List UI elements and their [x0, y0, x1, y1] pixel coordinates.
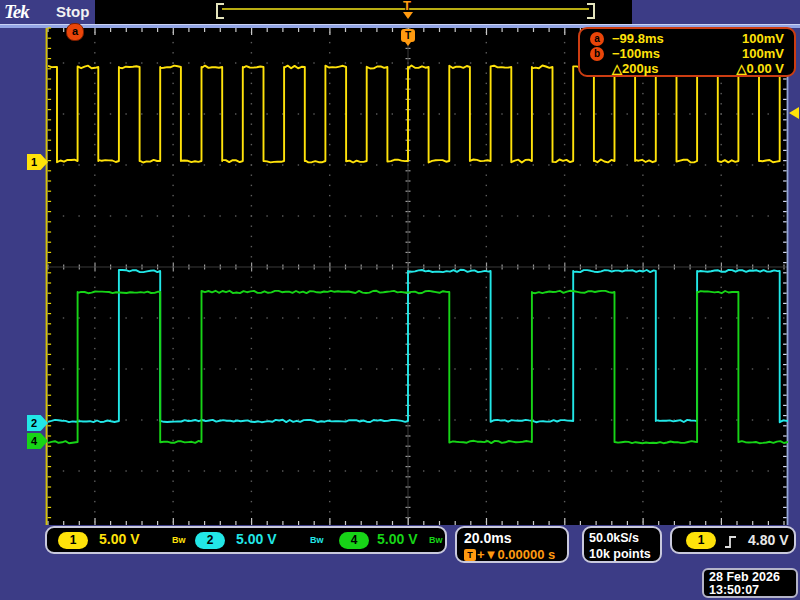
channel-4-scale: 5.00 V: [377, 531, 417, 547]
cursor-readout-box[interactable]: a −99.8ms 100mV b −100ms 100mV △200µs △0…: [578, 27, 796, 77]
channel-4-bandwidth-limit-icon: Bw: [429, 535, 443, 545]
channel-2-bandwidth-limit-icon: Bw: [310, 535, 324, 545]
record-length: 10k points: [589, 546, 660, 562]
scope-graticule-svg: [0, 0, 800, 600]
channel-2-scale: 5.00 V: [236, 531, 276, 547]
trigger-position-tag-arrow-icon: [405, 42, 411, 46]
time-label: 13:50:07: [709, 584, 796, 597]
cursor-b-row: b −100ms 100mV: [590, 46, 784, 61]
cursor-a-time: −99.8ms: [612, 31, 700, 46]
oscilloscope-screen: Tek Stop T T a 1 2 4 a −99.8ms 100mV b −…: [0, 0, 800, 600]
trigger-position-tag-icon[interactable]: T: [401, 29, 415, 42]
timebase-scale: 20.0ms: [464, 530, 567, 546]
cursor-a-icon: a: [590, 32, 604, 46]
trigger-level: 4.80 V: [748, 532, 788, 548]
channel-scales-box: 1 5.00 V Bw 2 5.00 V Bw 4 5.00 V Bw: [45, 526, 447, 554]
timebase-position: 0.00000 s: [497, 547, 555, 562]
channel-1-bandwidth-limit-icon: Bw: [172, 535, 186, 545]
acquisition-box: 50.0kS/s 10k points: [582, 526, 662, 563]
cursor-b-time: −100ms: [612, 46, 700, 61]
cursor-a-row: a −99.8ms 100mV: [590, 31, 784, 46]
cursor-a-marker[interactable]: a: [66, 23, 84, 41]
channel-1-badge[interactable]: 1: [58, 532, 88, 549]
trigger-box[interactable]: 1 4.80 V: [670, 526, 796, 554]
channel-2-badge[interactable]: 2: [195, 532, 225, 549]
trigger-level-arrow-icon[interactable]: [789, 107, 799, 119]
channel-4-badge[interactable]: 4: [339, 532, 369, 549]
cursor-delta-voltage: △0.00 V: [700, 61, 784, 76]
channel-1-scale: 5.00 V: [99, 531, 139, 547]
trigger-source-badge: 1: [686, 532, 716, 549]
timebase-box[interactable]: 20.0ms T +▼ 0.00000 s: [455, 526, 569, 563]
timebase-position-row: T +▼ 0.00000 s: [464, 547, 567, 562]
sample-rate: 50.0kS/s: [589, 530, 660, 546]
waveform-display[interactable]: [0, 0, 800, 600]
cursor-b-icon: b: [590, 47, 604, 61]
cursor-a-voltage: 100mV: [700, 31, 784, 46]
cursor-delta-time: △200µs: [612, 61, 700, 76]
timebase-delay-arrows: +▼: [477, 547, 497, 562]
rising-edge-icon: [724, 534, 738, 550]
datetime-box: 28 Feb 2026 13:50:07: [702, 568, 798, 598]
cursor-delta-row: △200µs △0.00 V: [590, 61, 784, 76]
cursor-b-voltage: 100mV: [700, 46, 784, 61]
trigger-t-icon: T: [464, 549, 476, 561]
